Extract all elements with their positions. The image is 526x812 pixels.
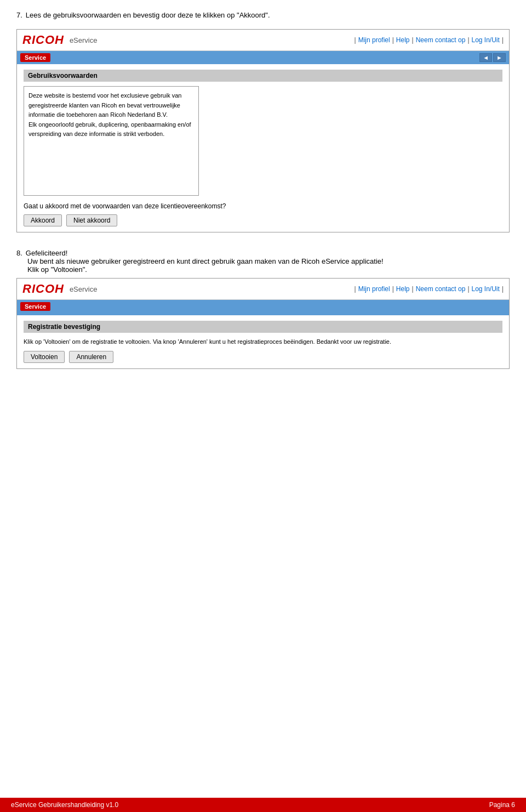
step8-text1-content: Uw bent als nieuwe gebruiker geregistree… xyxy=(27,257,384,265)
nav-sep-1b: | xyxy=(392,36,394,44)
nav-sep-2b: | xyxy=(392,285,394,293)
step8-text2: Klik op "Voltooien". xyxy=(27,265,510,274)
nav-mijn-profiel-1[interactable]: Mijn profiel xyxy=(358,36,390,44)
reg-confirm-text: Klik op 'Voltooien' om de registratie te… xyxy=(24,337,502,347)
ricoh-logo-1: RICOH xyxy=(22,33,64,47)
step7-text: Lees de gebruiksvoorwaarden en bevestig … xyxy=(26,11,270,19)
nav-contact-2[interactable]: Neem contact op xyxy=(416,285,466,293)
window1-toolbar-left: Service xyxy=(20,53,50,62)
window2-header-left: RICOH eService xyxy=(22,282,97,296)
window2-button-group: Voltooien Annuleren xyxy=(24,351,502,363)
step7-number: 7. xyxy=(16,11,22,19)
nav-contact-1[interactable]: Neem contact op xyxy=(416,36,466,44)
ricoh-logo-2: RICOH xyxy=(22,282,64,296)
prev-button-1[interactable]: ◄ xyxy=(479,53,492,62)
nav-sep-2d: | xyxy=(467,285,469,293)
nav-sep-1d: | xyxy=(467,36,469,44)
nav-help-2[interactable]: Help xyxy=(396,285,410,293)
window2-header-nav: | Mijn profiel | Help | Neem contact op … xyxy=(355,285,504,293)
step8-container: 8. Gefeliciteerd! Uw bent als nieuwe geb… xyxy=(16,249,510,274)
step8-number: 8. xyxy=(16,249,22,257)
window1-section-title: Gebruiksvoorwaarden xyxy=(24,70,502,82)
window2-toolbar: Service xyxy=(17,300,509,313)
step8-heading: Gefeliciteerd! xyxy=(26,249,68,257)
next-button-1[interactable]: ► xyxy=(493,53,506,62)
nav-separator-2a: | xyxy=(355,285,356,293)
window1-content: Gebruiksvoorwaarden Deze website is best… xyxy=(17,64,509,232)
nav-sep-2e: | xyxy=(502,285,504,293)
window1-header: RICOH eService | Mijn profiel | Help | N… xyxy=(17,30,509,51)
nav-sep-1c: | xyxy=(412,36,414,44)
step7-container: 7. Lees de gebruiksvoorwaarden en bevest… xyxy=(16,11,510,19)
nav-separator-1a: | xyxy=(355,36,356,44)
step8-row: 8. Gefeliciteerd! xyxy=(16,249,510,257)
window1-button-group: Akkoord Niet akkoord xyxy=(24,214,502,226)
step8-text2-content: Klik op "Voltooien". xyxy=(27,265,87,274)
nav-sep-2c: | xyxy=(412,285,414,293)
nav-help-1[interactable]: Help xyxy=(396,36,410,44)
service-badge-2: Service xyxy=(20,302,50,311)
window2-content: Registratie bevestiging Klik op 'Voltooi… xyxy=(17,315,509,368)
terms-box: Deze website is bestemd voor het exclusi… xyxy=(24,86,199,196)
step8-text1: Uw bent als nieuwe gebruiker geregistree… xyxy=(27,257,510,265)
eservice-label-1: eService xyxy=(70,36,98,44)
window1-header-left: RICOH eService xyxy=(22,33,97,47)
window1-header-nav: | Mijn profiel | Help | Neem contact op … xyxy=(355,36,504,44)
window2-toolbar-left: Service xyxy=(20,302,50,311)
nav-mijn-profiel-2[interactable]: Mijn profiel xyxy=(358,285,390,293)
eservice-label-2: eService xyxy=(70,285,98,293)
terms-question: Gaat u akkoord met de voorwaarden van de… xyxy=(24,202,502,210)
terms-text: Deze website is bestemd voor het exclusi… xyxy=(28,91,194,139)
akkoord-button[interactable]: Akkoord xyxy=(24,214,62,226)
nav-login-1[interactable]: Log In/Uit xyxy=(472,36,500,44)
window1: RICOH eService | Mijn profiel | Help | N… xyxy=(16,29,510,232)
window1-toolbar: Service ◄ ► xyxy=(17,51,509,64)
window2-section-title: Registratie bevestiging xyxy=(24,321,502,333)
niet-akkoord-button[interactable]: Niet akkoord xyxy=(66,214,117,226)
service-badge-1: Service xyxy=(20,53,50,62)
window2: RICOH eService | Mijn profiel | Help | N… xyxy=(16,278,510,369)
annuleren-button[interactable]: Annuleren xyxy=(69,351,113,363)
window1-nav-buttons: ◄ ► xyxy=(479,53,506,62)
nav-sep-1e: | xyxy=(502,36,504,44)
voltooien-button[interactable]: Voltooien xyxy=(24,351,65,363)
window2-header: RICOH eService | Mijn profiel | Help | N… xyxy=(17,279,509,300)
nav-login-2[interactable]: Log In/Uit xyxy=(472,285,500,293)
